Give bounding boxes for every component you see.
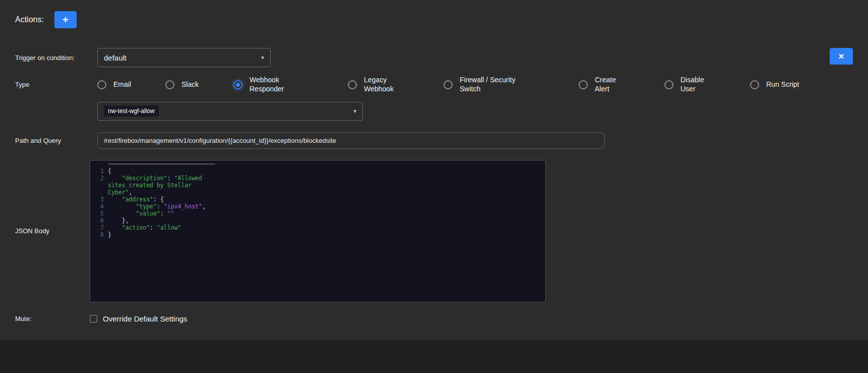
type-radio-group: Email Slack Webhook Responder Legacy Web… — [97, 76, 799, 94]
code-text: { — [108, 168, 211, 175]
code-lines: 1{2 "description": "Allowed sites create… — [90, 168, 545, 238]
chevron-down-icon: ▾ — [261, 54, 264, 61]
type-radio-option[interactable]: Slack — [165, 80, 233, 89]
code-line: 6 }, — [90, 217, 545, 224]
code-text: "description": "Allowed sites created by… — [108, 175, 211, 196]
type-label: Type — [15, 81, 97, 88]
code-text: "action": "allow" — [108, 224, 211, 231]
code-text: "type": "ipv4_host", — [108, 203, 211, 210]
plus-icon: + — [63, 14, 69, 26]
actions-label: Actions: — [15, 15, 44, 24]
line-number: 5 — [90, 210, 108, 217]
trigger-condition-row: Trigger on condition: default ▾ — [0, 48, 868, 67]
radio-label: Run Script — [766, 80, 799, 89]
code-text: "value": "" — [108, 210, 211, 217]
actions-header: Actions: + — [0, 0, 868, 28]
trigger-condition-value: default — [104, 54, 127, 62]
type-radio-option[interactable]: Disable User — [664, 76, 750, 94]
path-and-query-label: Path and Query — [15, 137, 97, 144]
radio-label: Slack — [181, 80, 199, 89]
line-number: 8 — [90, 231, 108, 238]
radio-label: Disable User — [680, 76, 716, 94]
radio-label: Email — [113, 80, 131, 89]
code-text: }, — [108, 217, 211, 224]
radio-icon — [750, 80, 759, 89]
line-number: 6 — [90, 217, 108, 224]
radio-label: Webhook Responder — [250, 76, 285, 94]
line-number: 3 — [90, 196, 108, 203]
actions-panel: Actions: + ✕ Trigger on condition: defau… — [0, 0, 868, 340]
radio-icon — [664, 80, 673, 89]
path-row: Path and Query — [0, 132, 868, 149]
line-number: 7 — [90, 224, 108, 231]
mute-label: Mute: — [15, 315, 90, 323]
close-icon: ✕ — [838, 52, 845, 61]
trigger-condition-label: Trigger on condition: — [15, 54, 97, 62]
json-body-row: JSON Body 1{2 "description": "Allowed si… — [0, 160, 868, 302]
radio-icon — [97, 80, 106, 89]
type-radio-option[interactable]: Firewall / Security Switch — [444, 76, 579, 94]
chevron-down-icon: ▾ — [353, 108, 356, 115]
remove-action-button[interactable]: ✕ — [830, 48, 853, 65]
override-default-settings-label: Override Default Settings — [103, 314, 188, 323]
code-line: 7 "action": "allow" — [90, 224, 545, 231]
radio-label: Create Alert — [595, 76, 630, 94]
code-line: 8} — [90, 231, 545, 238]
code-line: 5 "value": "" — [90, 210, 545, 217]
type-radio-option[interactable]: Run Script — [750, 80, 799, 89]
type-row: Type Email Slack Webhook Responder Legac… — [0, 76, 868, 94]
override-default-settings-checkbox[interactable] — [90, 315, 97, 323]
type-radio-option[interactable]: Legacy Webhook — [348, 76, 444, 94]
editor-scrollbar[interactable] — [108, 164, 215, 165]
code-text: } — [108, 231, 211, 238]
code-line: 2 "description": "Allowed sites created … — [90, 175, 545, 196]
code-text: "address": { — [108, 196, 211, 203]
code-line: 3 "address": { — [90, 196, 545, 203]
radio-icon — [348, 80, 357, 89]
json-body-editor[interactable]: 1{2 "description": "Allowed sites create… — [90, 160, 546, 302]
radio-label: Legacy Webhook — [364, 76, 399, 94]
override-default-settings-option[interactable]: Override Default Settings — [90, 314, 188, 323]
responder-tag: nw-test-wgf-allow — [104, 105, 159, 117]
add-action-button[interactable]: + — [54, 11, 77, 28]
line-number: 2 — [90, 175, 108, 196]
line-number: 4 — [90, 203, 108, 210]
radio-label: Firewall / Security Switch — [460, 76, 521, 94]
code-line: 4 "type": "ipv4_host", — [90, 203, 545, 210]
responder-row: nw-test-wgf-allow ▾ — [0, 102, 868, 121]
line-number: 1 — [90, 168, 108, 175]
responder-select[interactable]: nw-test-wgf-allow ▾ — [97, 102, 363, 121]
radio-icon — [444, 80, 453, 89]
path-and-query-input[interactable] — [97, 132, 605, 149]
radio-icon — [579, 80, 588, 89]
json-body-label: JSON Body — [15, 227, 90, 235]
type-radio-option[interactable]: Email — [97, 80, 165, 89]
type-radio-option[interactable]: Create Alert — [579, 76, 664, 94]
radio-icon — [165, 80, 174, 89]
radio-icon — [233, 80, 242, 89]
mute-row: Mute: Override Default Settings — [0, 314, 868, 323]
code-line: 1{ — [90, 168, 545, 175]
trigger-condition-select[interactable]: default ▾ — [97, 48, 271, 67]
type-radio-option[interactable]: Webhook Responder — [233, 76, 348, 94]
